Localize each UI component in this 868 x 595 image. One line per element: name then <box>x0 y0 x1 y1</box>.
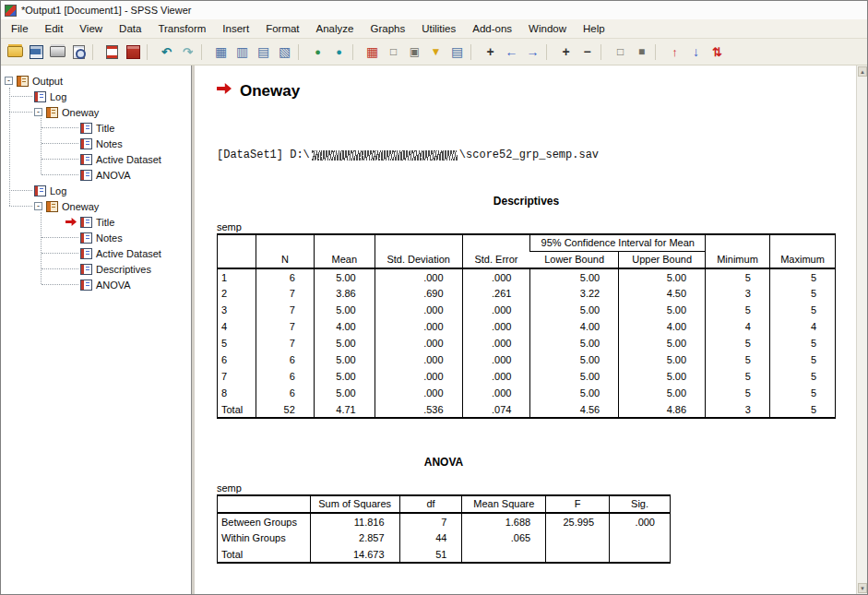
insert-heading-icon[interactable]: + <box>480 42 501 62</box>
value-cell: 5.00 <box>619 351 706 368</box>
menu-file[interactable]: File <box>3 21 37 36</box>
menu-insert[interactable]: Insert <box>214 21 257 36</box>
menubar: FileEditViewDataTransformInsertFormatAna… <box>1 19 867 39</box>
tree-connector <box>42 253 78 254</box>
menu-help[interactable]: Help <box>575 21 613 36</box>
designate-window-icon[interactable]: ● <box>328 42 350 62</box>
menu-addons[interactable]: Add-ons <box>464 21 520 36</box>
table-icon <box>80 264 92 275</box>
edit-output-icon[interactable]: ▤ <box>446 42 468 62</box>
select-last-output-icon[interactable]: ● <box>307 42 328 62</box>
window-maximize-icon[interactable]: ▣ <box>404 42 425 62</box>
outline-item-anova[interactable]: ANOVA <box>1 277 191 292</box>
tree-guide <box>41 212 42 284</box>
menu-view[interactable]: View <box>71 21 111 36</box>
window-restore-icon[interactable]: □ <box>383 42 404 62</box>
outline-item-anova[interactable]: ANOVA <box>1 167 191 183</box>
anova-section[interactable]: ANOVA semp Sum of Squares df Mean Square <box>217 456 671 564</box>
outline-item-label: Active Dataset <box>96 248 161 259</box>
outline-item-descriptives[interactable]: Descriptives <box>1 261 191 277</box>
value-cell: 6 <box>256 385 314 401</box>
insert-break-icon[interactable]: ▦ <box>362 42 383 62</box>
outline-item-notes[interactable]: Notes <box>1 230 191 245</box>
demote-icon[interactable]: → <box>522 42 543 62</box>
tree-guide <box>41 118 42 174</box>
variables-icon[interactable]: ▤ <box>253 42 274 62</box>
value-cell: 5.00 <box>314 351 375 368</box>
value-cell: 5.00 <box>530 302 619 318</box>
tree-connector <box>9 206 32 207</box>
row-label: 3 <box>218 302 256 318</box>
toolbar-separator <box>92 44 99 60</box>
promote-icon[interactable]: ← <box>501 42 522 62</box>
toolbar-separator <box>298 44 304 60</box>
open-file-icon[interactable] <box>5 42 26 62</box>
descriptives-title: Descriptives <box>217 195 836 208</box>
scroll-down-icon[interactable]: ▼ <box>858 583 867 593</box>
goto-case-icon[interactable]: ▥ <box>232 42 253 62</box>
show-icon[interactable]: □ <box>610 42 631 62</box>
descriptives-section[interactable]: Descriptives semp N Mean Std. Deviation <box>217 195 836 419</box>
value-cell: 5.00 <box>530 385 619 401</box>
collapse-toggle[interactable]: - <box>34 202 42 210</box>
redo-icon[interactable]: ↷ <box>177 42 198 62</box>
print-icon[interactable] <box>47 42 68 62</box>
output-heading-block[interactable]: Oneway <box>217 82 856 101</box>
outline-item-log[interactable]: Log <box>1 89 191 104</box>
hide-icon[interactable]: ■ <box>631 42 652 62</box>
descriptives-body: 165.00.000.0005.005.0055273.86.690.2613.… <box>218 268 836 418</box>
toolbar-separator <box>352 44 359 60</box>
outline-item-oneway[interactable]: -Oneway <box>1 198 191 214</box>
expand-icon[interactable]: + <box>555 42 577 62</box>
outline-item-oneway[interactable]: -Oneway <box>1 104 191 120</box>
move-down-icon[interactable]: ↓ <box>685 42 707 62</box>
menu-utilities[interactable]: Utilities <box>413 21 464 36</box>
menu-edit[interactable]: Edit <box>37 21 72 36</box>
anova-table[interactable]: Sum of Squares df Mean Square F Sig. Bet… <box>217 494 671 564</box>
collapse-toggle[interactable]: - <box>5 77 13 85</box>
value-cell: 5 <box>706 302 770 318</box>
menu-window[interactable]: Window <box>520 21 575 36</box>
print-preview-icon[interactable] <box>68 42 89 62</box>
menu-transform[interactable]: Transform <box>149 21 214 36</box>
vertical-scrollbar[interactable]: ▲ ▼ <box>856 65 867 594</box>
use-sets-icon[interactable]: ▼ <box>425 42 446 62</box>
scroll-up-icon[interactable]: ▲ <box>858 66 867 77</box>
table-icon <box>80 170 92 181</box>
value-cell: 5.00 <box>530 351 619 368</box>
collapse-icon[interactable]: − <box>577 42 598 62</box>
undo-icon[interactable]: ↶ <box>156 42 177 62</box>
book-icon <box>46 201 58 212</box>
outline-item-log[interactable]: Log <box>1 183 191 198</box>
outline-item-active-dataset[interactable]: Active Dataset <box>1 151 191 167</box>
goto-data-icon[interactable]: ▦ <box>210 42 232 62</box>
value-cell: .261 <box>462 285 530 302</box>
collapse-toggle[interactable]: - <box>34 108 42 116</box>
menu-graphs[interactable]: Graphs <box>362 21 413 36</box>
menu-format[interactable]: Format <box>257 21 307 36</box>
dataset-log-line[interactable]: [DataSet1] D:\ \score52_grp_semp.sav <box>217 149 856 161</box>
find-icon[interactable]: ▧ <box>274 42 295 62</box>
outline-item-output[interactable]: -Output <box>1 73 191 89</box>
descriptives-table[interactable]: N Mean Std. Deviation Std. Error 95% Con… <box>217 233 836 419</box>
outline-item-notes[interactable]: Notes <box>1 136 191 151</box>
outline-item-title[interactable]: Title <box>1 120 191 136</box>
row-label: Within Groups <box>218 530 311 546</box>
scroll-output-icon[interactable]: ⇅ <box>707 42 728 62</box>
column-header: Upper Bound <box>619 252 706 269</box>
outline-item-active-dataset[interactable]: Active Dataset <box>1 245 191 261</box>
toolbar-separator <box>470 44 477 60</box>
value-cell: 5.00 <box>619 368 706 385</box>
value-cell: 4.00 <box>314 318 375 335</box>
export-output-icon[interactable] <box>101 42 123 62</box>
menu-analyze[interactable]: Analyze <box>308 21 363 36</box>
outline-item-label: Notes <box>96 232 123 244</box>
move-up-icon[interactable]: ↑ <box>664 42 685 62</box>
value-cell: 5.00 <box>619 385 706 401</box>
menu-data[interactable]: Data <box>111 21 149 36</box>
save-file-icon[interactable] <box>26 42 47 62</box>
recall-dialogs-icon[interactable] <box>123 42 144 62</box>
outline-item-title[interactable]: Title <box>1 214 191 230</box>
value-cell: .065 <box>462 530 546 546</box>
value-cell: 52 <box>256 401 314 418</box>
